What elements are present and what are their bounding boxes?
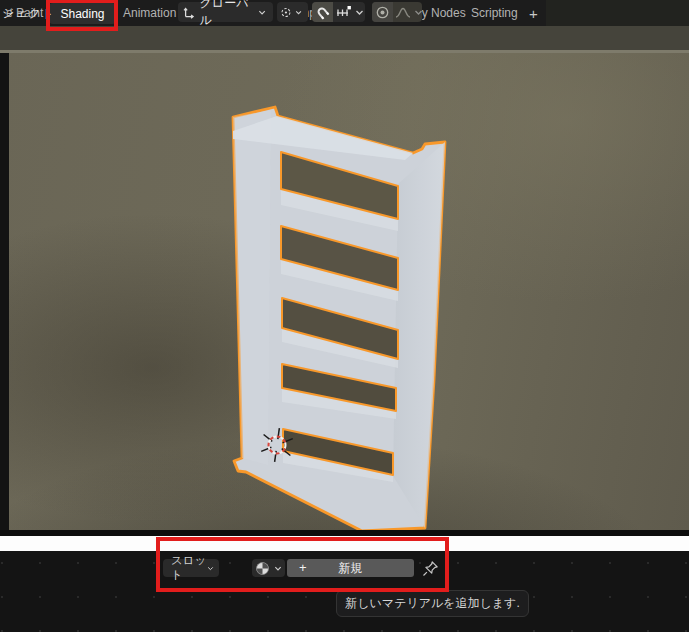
chevron-down-icon xyxy=(295,9,302,16)
proportional-edit-icon xyxy=(375,5,390,20)
falloff-curve-icon xyxy=(395,5,411,20)
orientation-label: グローバル xyxy=(200,0,255,29)
snap-increment-icon xyxy=(336,5,352,20)
snap-toggle-button[interactable] xyxy=(312,2,333,22)
3d-viewport[interactable] xyxy=(0,53,689,530)
tabbar-empty-area xyxy=(546,0,689,26)
shelf-left-panel xyxy=(233,110,271,465)
tab-animation[interactable]: Animation xyxy=(123,0,176,26)
proportional-falloff-dropdown[interactable] xyxy=(393,2,428,22)
add-workspace-button[interactable]: + xyxy=(529,0,538,26)
pivot-point-icon xyxy=(280,5,292,20)
annotation-box-shading-tab xyxy=(46,0,118,31)
chevron-down-icon xyxy=(355,9,364,16)
snap-with-dropdown[interactable] xyxy=(333,2,370,22)
transform-orientation-dropdown[interactable]: グローバル xyxy=(178,2,273,22)
chevron-down-icon xyxy=(258,9,266,16)
chevron-down-icon xyxy=(414,9,423,16)
annotation-box-material-controls xyxy=(156,537,449,592)
tooltip-text: 新しいマテリアルを追加します. xyxy=(345,595,519,612)
pivot-point-dropdown[interactable] xyxy=(277,2,308,22)
tab-scripting[interactable]: Scripting xyxy=(471,0,518,26)
bookshelf-object[interactable] xyxy=(233,107,445,530)
blender-window: e Paint Shading Animation Rendering Comp… xyxy=(0,0,689,632)
orientation-gizmo-icon xyxy=(182,5,196,20)
proportional-edit-toggle[interactable] xyxy=(372,2,393,22)
tooltip: 新しいマテリアルを追加します. xyxy=(336,590,529,617)
magnet-icon xyxy=(315,5,330,20)
viewport-left-edge xyxy=(0,53,9,530)
snap-controls xyxy=(312,2,365,22)
proportional-edit-controls xyxy=(372,2,422,22)
